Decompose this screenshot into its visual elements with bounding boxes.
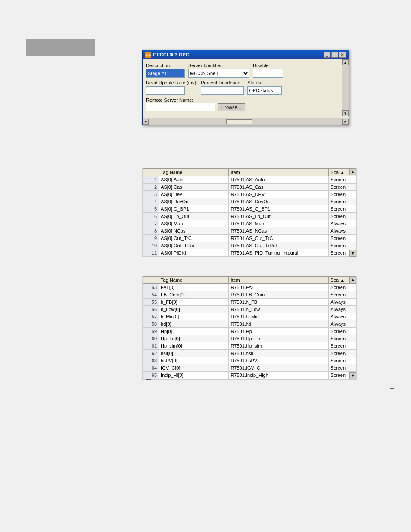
- dash-2: [390, 388, 394, 389]
- row-tagname: Incip_HI[0]: [159, 372, 229, 379]
- page-background: OPC OPCCL003.OPC _ ❐ ✕ Description:: [0, 0, 411, 532]
- table-row: 1 AS[0].Auto R7501.AS_Auto Screen: [143, 176, 356, 184]
- title-bar-left: OPC OPCCL003.OPC: [145, 52, 189, 58]
- row-num: 10: [143, 242, 159, 249]
- table-scroll-up[interactable]: ▲: [349, 276, 356, 283]
- row-num: 58: [143, 320, 159, 328]
- row-item: R7501.AS_NCas: [229, 227, 329, 235]
- row-sca: Screen: [329, 184, 356, 191]
- row-tagname: AS[0].Lp_Out: [159, 213, 229, 220]
- table-scroll-down[interactable]: ▼: [349, 372, 356, 379]
- browse-button[interactable]: Browse...: [218, 103, 245, 111]
- description-input[interactable]: [146, 69, 185, 78]
- row-tagname: hsll[0]: [159, 350, 229, 357]
- table-row: 63 hsPV[0] R7501.hsPV Screen: [143, 357, 356, 364]
- row-item: R7501.h_Min: [229, 313, 329, 320]
- row-sca: Screen: [329, 284, 356, 291]
- row-num: 6: [143, 213, 159, 220]
- table-row: 62 hsll[0] R7501.hsll Screen: [143, 350, 356, 357]
- row-num: 59: [143, 328, 159, 335]
- table-row: 59 Hp[0] R7501.Hp Screen: [143, 328, 356, 335]
- row-sca: Always: [329, 320, 356, 328]
- scroll-right-btn[interactable]: ►: [342, 119, 349, 125]
- description-group: Description:: [146, 63, 185, 78]
- table-row: 53 FAL[0] R7501.FAL Screen: [143, 284, 356, 291]
- table-row: 58 hd[0] R7501.hd Always: [143, 320, 356, 328]
- server-identifier-input[interactable]: [188, 69, 240, 78]
- minimize-button[interactable]: _: [324, 52, 330, 58]
- row-item: R7501.AS_Lp_Out: [229, 213, 329, 220]
- row-tagname: hsPV[0]: [159, 357, 229, 364]
- row-num: 4: [143, 198, 159, 205]
- table-row: 56 h_Low[0] R7501.h_Low Always: [143, 306, 356, 313]
- remote-server-input[interactable]: [146, 103, 215, 111]
- row-item: R7501.h_FB: [229, 299, 329, 306]
- row-item: R7501.hsPV: [229, 357, 329, 364]
- disable-group: Disable:: [253, 63, 283, 78]
- table-2-container: Tag Name Item Sca ▲ 53 FAL[0] R7501.FAL …: [142, 276, 357, 380]
- percent-deadband-group: Percent Deadband:: [201, 80, 244, 95]
- scroll-up-btn[interactable]: ▲: [342, 59, 349, 65]
- table-row: 55 h_FB[0] R7501.h_FB Always: [143, 299, 356, 306]
- row-item: R7501.AS_DevOn: [229, 198, 329, 205]
- row-item: R7501.hsll: [229, 350, 329, 357]
- row-sca: Always: [329, 220, 356, 227]
- percent-deadband-input[interactable]: [201, 86, 244, 95]
- row-tagname: Hp[0]: [159, 328, 229, 335]
- row-num: 8: [143, 227, 159, 235]
- read-update-input[interactable]: [146, 86, 185, 95]
- read-update-group: Read Update Rate (ms):: [146, 80, 197, 95]
- row-num: 60: [143, 335, 159, 342]
- row-num: 9: [143, 235, 159, 242]
- row-tagname: h_Min[0]: [159, 313, 229, 320]
- row-num: 2: [143, 184, 159, 191]
- row-num: 65: [143, 372, 159, 379]
- server-identifier-select[interactable]: [240, 69, 249, 78]
- close-button[interactable]: ✕: [339, 52, 346, 58]
- row-num: 55: [143, 299, 159, 306]
- row-sca: Screen: [329, 213, 356, 220]
- row-tagname: AS[0].Man: [159, 220, 229, 227]
- scroll-down-btn[interactable]: ▼: [342, 110, 349, 116]
- percent-deadband-label: Percent Deadband:: [201, 80, 244, 85]
- row-item: R7501.IGV_C: [229, 364, 329, 372]
- horizontal-scrollbar[interactable]: ◄ ►: [143, 118, 349, 125]
- scroll-left-btn[interactable]: ◄: [143, 119, 149, 125]
- disable-input[interactable]: [253, 69, 283, 78]
- table-row: 57 h_Min[0] R7501.h_Min Always: [143, 313, 356, 320]
- row-item: R7501.hd: [229, 320, 329, 328]
- row-tagname: AS[0].Out_TrC: [159, 235, 229, 242]
- table-scroll-up[interactable]: ▲: [349, 168, 356, 175]
- row-item: R7501.Incip_High: [229, 372, 329, 379]
- row-sca: Always: [329, 227, 356, 235]
- table-row: 11 AS[0].PIDKI R7501.AS_PID_Tuning_Integ…: [143, 249, 356, 257]
- status-input[interactable]: [247, 86, 282, 95]
- row-item: R7501.AS_Cas: [229, 184, 329, 191]
- row-sca: Screen: [329, 357, 356, 364]
- restore-button[interactable]: ❐: [331, 52, 338, 58]
- col-tagname-1: Tag Name: [159, 169, 229, 176]
- row-sca: Screen: [329, 191, 356, 198]
- dialog-scrollbar[interactable]: ▲ ▼: [342, 59, 349, 116]
- row-sca: Screen: [329, 205, 356, 213]
- row-num: 64: [143, 364, 159, 372]
- col-num-1: [143, 169, 159, 176]
- table-scroll-down[interactable]: ▼: [349, 250, 356, 257]
- row-sca: Always: [329, 299, 356, 306]
- row-item: R7501.Hp_sim: [229, 342, 329, 350]
- row-sca: Always: [329, 306, 356, 313]
- table-2-header-row: Tag Name Item Sca ▲: [143, 277, 356, 284]
- row-sca: Screen: [329, 328, 356, 335]
- row-tagname: AS[0].Out_TrRef: [159, 242, 229, 249]
- row-tagname: AS[0].Dev: [159, 191, 229, 198]
- row-num: 57: [143, 313, 159, 320]
- h-scroll-thumb[interactable]: [226, 119, 252, 124]
- table-2-body: 53 FAL[0] R7501.FAL Screen 54 FB_Com[0] …: [143, 284, 356, 379]
- row-num: 1: [143, 176, 159, 184]
- row-tagname: AS[0].G_BP1: [159, 205, 229, 213]
- table-row: 64 IGV_C[0] R7501.IGV_C Screen: [143, 364, 356, 372]
- table-row: 8 AS[0].NCas R7501.AS_NCas Always: [143, 227, 356, 235]
- row-item: R7501.AS_Man: [229, 220, 329, 227]
- row-tagname: Hp_Lo[0]: [159, 335, 229, 342]
- row-num: 3: [143, 191, 159, 198]
